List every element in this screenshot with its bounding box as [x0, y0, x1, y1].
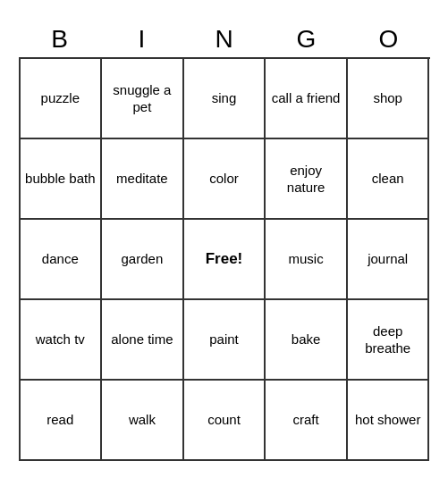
cell-3-1[interactable]: alone time — [102, 300, 184, 381]
header-letter-N: N — [185, 25, 264, 54]
cell-2-0[interactable]: dance — [21, 220, 103, 300]
bingo-card: BINGO puzzlesnuggle a petsingcall a frie… — [10, 16, 439, 470]
cell-0-4[interactable]: shop — [348, 59, 430, 139]
cell-3-3[interactable]: bake — [266, 300, 348, 381]
cell-1-1[interactable]: meditate — [102, 139, 184, 220]
bingo-header: BINGO — [19, 25, 430, 54]
cell-4-2[interactable]: count — [184, 381, 266, 461]
cell-1-0[interactable]: bubble bath — [21, 139, 103, 220]
bingo-grid: puzzlesnuggle a petsingcall a friendshop… — [19, 57, 430, 461]
cell-3-4[interactable]: deep breathe — [348, 300, 430, 381]
cell-4-4[interactable]: hot shower — [348, 381, 430, 461]
cell-2-3[interactable]: music — [266, 220, 348, 300]
cell-2-4[interactable]: journal — [348, 220, 430, 300]
cell-1-4[interactable]: clean — [348, 139, 430, 220]
header-letter-I: I — [103, 25, 182, 54]
cell-4-3[interactable]: craft — [266, 381, 348, 461]
cell-4-1[interactable]: walk — [102, 381, 184, 461]
header-letter-G: G — [267, 25, 346, 54]
cell-2-1[interactable]: garden — [102, 220, 184, 300]
cell-2-2[interactable]: Free! — [184, 220, 266, 300]
cell-3-2[interactable]: paint — [184, 300, 266, 381]
cell-0-1[interactable]: snuggle a pet — [102, 59, 184, 139]
cell-1-2[interactable]: color — [184, 139, 266, 220]
cell-3-0[interactable]: watch tv — [21, 300, 103, 381]
header-letter-O: O — [350, 25, 428, 54]
cell-4-0[interactable]: read — [21, 381, 103, 461]
cell-0-3[interactable]: call a friend — [266, 59, 348, 139]
cell-0-0[interactable]: puzzle — [21, 59, 103, 139]
cell-1-3[interactable]: enjoy nature — [266, 139, 348, 220]
header-letter-B: B — [21, 25, 99, 54]
cell-0-2[interactable]: sing — [184, 59, 266, 139]
